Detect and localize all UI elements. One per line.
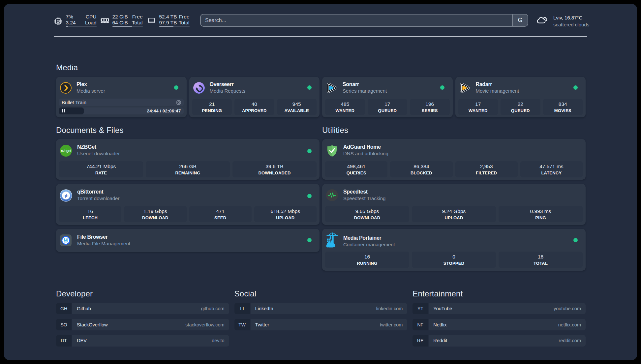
svg-text:nzbget: nzbget	[61, 149, 71, 153]
svg-text:qb: qb	[63, 193, 68, 198]
